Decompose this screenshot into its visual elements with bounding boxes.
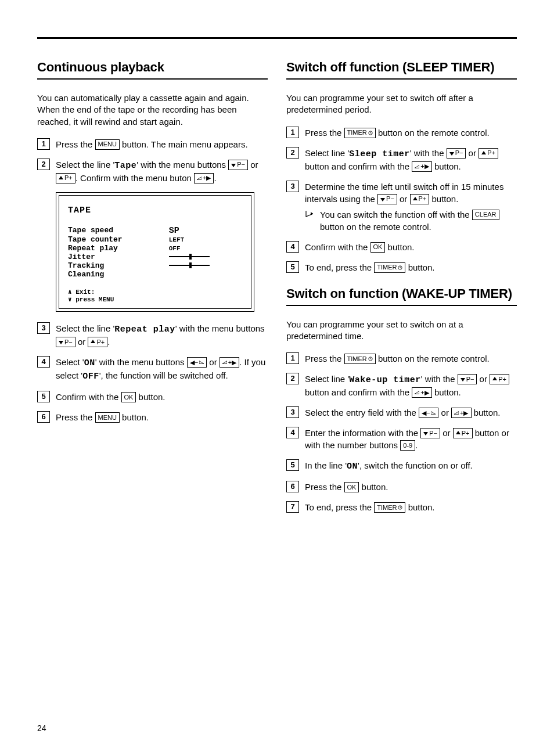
- p-plus-button-icon: P+: [490, 374, 509, 384]
- select-right-button-icon: +▶: [451, 408, 471, 418]
- number-buttons-icon: 0-9: [400, 440, 415, 451]
- svg-marker-5: [199, 361, 204, 364]
- heading-rule: [37, 78, 268, 80]
- timer-button-icon: TIMER: [344, 354, 376, 364]
- intro-sleep: You can programme your set to switch off…: [286, 92, 517, 116]
- select-right-button-icon: +▶: [220, 357, 239, 368]
- step-6: Press the OK button.: [286, 481, 517, 493]
- svg-marker-10: [449, 152, 454, 156]
- step-5: Confirm with the OK button.: [37, 391, 268, 403]
- step-7: To end, press the TIMER button.: [286, 501, 517, 513]
- svg-marker-11: [481, 151, 486, 154]
- heading-continuous-playback: Continuous playback: [37, 60, 268, 75]
- step-2: Select the line 'Tape' with the menu but…: [37, 159, 268, 184]
- svg-marker-28: [456, 431, 461, 434]
- select-right-button-icon: +▶: [194, 173, 214, 183]
- svg-marker-2: [197, 177, 202, 179]
- menu-button-icon: MENU: [95, 412, 120, 423]
- svg-marker-22: [461, 378, 465, 381]
- svg-marker-4: [91, 340, 95, 343]
- steps-sleep: Press the TIMER button on the remote con…: [286, 127, 517, 273]
- step-1: Press the MENU button. The main menu app…: [37, 138, 268, 150]
- svg-marker-3: [59, 341, 63, 344]
- menu-button-icon: MENU: [95, 139, 120, 150]
- p-plus-button-icon: P+: [88, 337, 107, 347]
- svg-marker-13: [380, 198, 385, 201]
- heading-wakeup-timer: Switch on function (WAKE-UP TIMER): [286, 286, 517, 301]
- step-1: Press the TIMER button on the remote con…: [286, 127, 517, 139]
- step-6: Press the MENU button.: [37, 411, 268, 423]
- select-left-button-icon: ◀−: [419, 408, 438, 418]
- p-minus-button-icon: P−: [447, 148, 466, 159]
- note-arrow-icon: [305, 208, 315, 233]
- heading-sleep-timer: Switch off function (SLEEP TIMER): [286, 60, 517, 75]
- svg-line-31: [400, 507, 401, 508]
- slider-icon: [169, 263, 210, 268]
- osd-title: TAPE: [68, 206, 242, 215]
- note-clear: You can switch the function off with the…: [305, 208, 517, 233]
- svg-marker-1: [59, 176, 63, 179]
- heading-rule: [286, 78, 517, 80]
- svg-marker-12: [415, 165, 419, 168]
- svg-line-21: [370, 359, 372, 359]
- svg-marker-27: [423, 432, 428, 435]
- svg-marker-23: [492, 377, 497, 380]
- page-top-rule: [37, 37, 517, 39]
- svg-marker-14: [413, 197, 418, 200]
- svg-line-9: [370, 133, 372, 134]
- osd-table: Tape speedSP Tape counterLEFT Repeat pla…: [68, 226, 242, 279]
- p-minus-button-icon: P−: [420, 428, 440, 438]
- svg-marker-0: [231, 164, 236, 167]
- p-minus-button-icon: P−: [377, 194, 397, 204]
- osd-footer: ∧ Exit: ∨ press MENU: [68, 289, 242, 303]
- ok-button-icon: OK: [370, 242, 386, 253]
- step-3: Select the entry field with the ◀− or +▶…: [286, 406, 517, 419]
- p-minus-button-icon: P−: [56, 337, 75, 347]
- select-left-button-icon: ◀−: [187, 357, 207, 368]
- step-5: In the line 'ON', switch the function on…: [286, 459, 517, 473]
- step-1: Press the TIMER button on the remote con…: [286, 352, 517, 365]
- step-2: Select line 'Sleep timer' with the P− or…: [286, 147, 517, 172]
- svg-marker-15: [311, 212, 313, 215]
- slider-icon: [169, 254, 210, 259]
- right-column: Switch off function (SLEEP TIMER) You ca…: [286, 60, 517, 521]
- steps-wakeup: Press the TIMER button on the remote con…: [286, 352, 517, 513]
- svg-marker-6: [222, 361, 227, 364]
- osd-screen-tape: TAPE Tape speedSP Tape counterLEFT Repea…: [56, 192, 254, 312]
- timer-button-icon: TIMER: [344, 128, 376, 138]
- left-column: Continuous playback You can automaticall…: [37, 60, 268, 521]
- select-right-button-icon: +▶: [412, 161, 431, 172]
- p-plus-button-icon: P+: [410, 194, 430, 204]
- step-4: Confirm with the OK button.: [286, 241, 517, 253]
- step-4: Select 'ON' with the menu buttons ◀− or …: [37, 356, 268, 383]
- ok-button-icon: OK: [344, 482, 359, 492]
- step-3: Determine the time left until switch off…: [286, 181, 517, 233]
- timer-button-icon: TIMER: [374, 262, 405, 273]
- ok-button-icon: OK: [121, 392, 136, 402]
- intro-wakeup: You can programme your set to switch on …: [286, 319, 517, 343]
- select-right-button-icon: +▶: [412, 387, 431, 398]
- clear-button-icon: CLEAR: [472, 210, 499, 220]
- svg-line-18: [400, 268, 401, 268]
- step-4: Enter the information with the P− or P+ …: [286, 427, 517, 451]
- svg-marker-26: [454, 412, 459, 415]
- svg-marker-24: [415, 391, 419, 394]
- svg-marker-25: [431, 412, 436, 415]
- heading-rule: [286, 305, 517, 306]
- step-5: To end, press the TIMER button.: [286, 261, 517, 273]
- timer-button-icon: TIMER: [374, 502, 405, 513]
- p-plus-button-icon: P+: [453, 428, 473, 438]
- page-number: 24: [37, 723, 46, 733]
- steps-continuous: Press the MENU button. The main menu app…: [37, 138, 268, 184]
- p-plus-button-icon: P+: [479, 148, 498, 159]
- p-minus-button-icon: P−: [228, 160, 248, 170]
- p-plus-button-icon: P+: [56, 173, 75, 183]
- step-3: Select the line 'Repeat play' with the m…: [37, 322, 268, 348]
- intro-continuous: You can automatically play a cassette ag…: [37, 92, 268, 128]
- steps-continuous-cont: Select the line 'Repeat play' with the m…: [37, 322, 268, 423]
- p-minus-button-icon: P−: [458, 374, 477, 384]
- step-2: Select line 'Wake-up timer' with the P− …: [286, 373, 517, 398]
